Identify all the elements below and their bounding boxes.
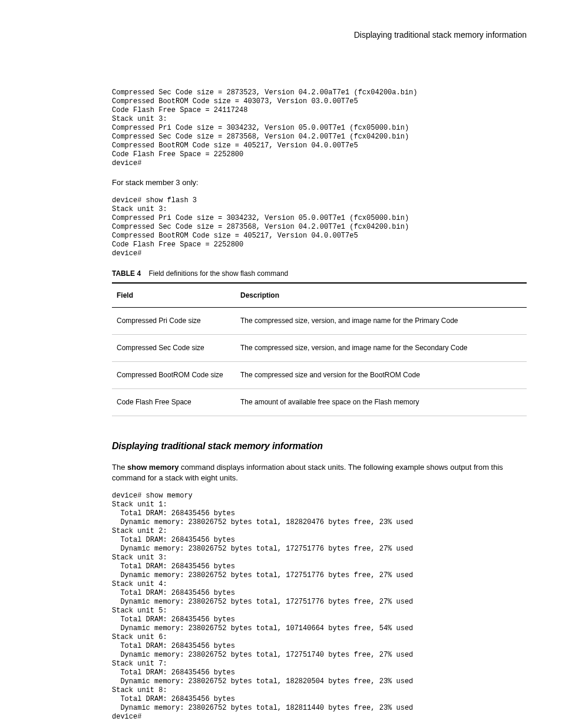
intro-pre: The	[112, 463, 127, 472]
intro-cmd: show memory	[127, 463, 178, 472]
table-cell-description: The compressed size, version, and image …	[236, 308, 527, 335]
table-cell-field: Compressed Sec Code size	[112, 335, 236, 362]
table-cell-description: The amount of available free space on th…	[236, 388, 527, 416]
table-header-description: Description	[236, 283, 527, 308]
field-definitions-table: Field Description Compressed Pri Code si…	[112, 282, 527, 416]
table-cell-field: Code Flash Free Space	[112, 388, 236, 416]
section-intro: The show memory command displays informa…	[112, 462, 527, 483]
table-caption: TABLE 4 Field definitions for the show f…	[112, 269, 527, 279]
intro-stack3: For stack member 3 only:	[112, 177, 527, 188]
code-block-flash-3: device# show flash 3 Stack unit 3: Compr…	[112, 196, 527, 258]
code-block-memory: device# show memory Stack unit 1: Total …	[112, 492, 527, 722]
table-row: Compressed Pri Code size The compressed …	[112, 308, 527, 335]
table-cell-field: Compressed BootROM Code size	[112, 361, 236, 388]
table-caption-label: TABLE 4	[112, 269, 141, 278]
table-header-field: Field	[112, 283, 236, 308]
section-heading-memory: Displaying traditional stack memory info…	[112, 440, 527, 453]
table-row: Code Flash Free Space The amount of avai…	[112, 388, 527, 416]
table-caption-text: Field definitions for the show flash com…	[148, 269, 288, 278]
table-cell-description: The compressed size and version for the …	[236, 361, 527, 388]
page-header-title: Displaying traditional stack memory info…	[35, 29, 527, 41]
table-cell-field: Compressed Pri Code size	[112, 308, 236, 335]
code-block-flash-all: Compressed Sec Code size = 2873523, Vers…	[112, 88, 527, 168]
table-cell-description: The compressed size, version, and image …	[236, 335, 527, 362]
table-row: Compressed Sec Code size The compressed …	[112, 335, 527, 362]
table-row: Compressed BootROM Code size The compres…	[112, 361, 527, 388]
